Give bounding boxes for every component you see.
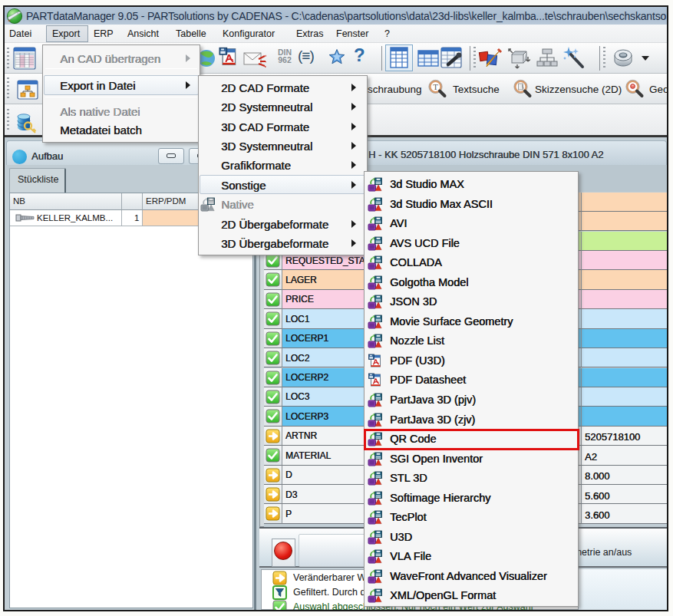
svg-text:T: T [433,82,438,91]
